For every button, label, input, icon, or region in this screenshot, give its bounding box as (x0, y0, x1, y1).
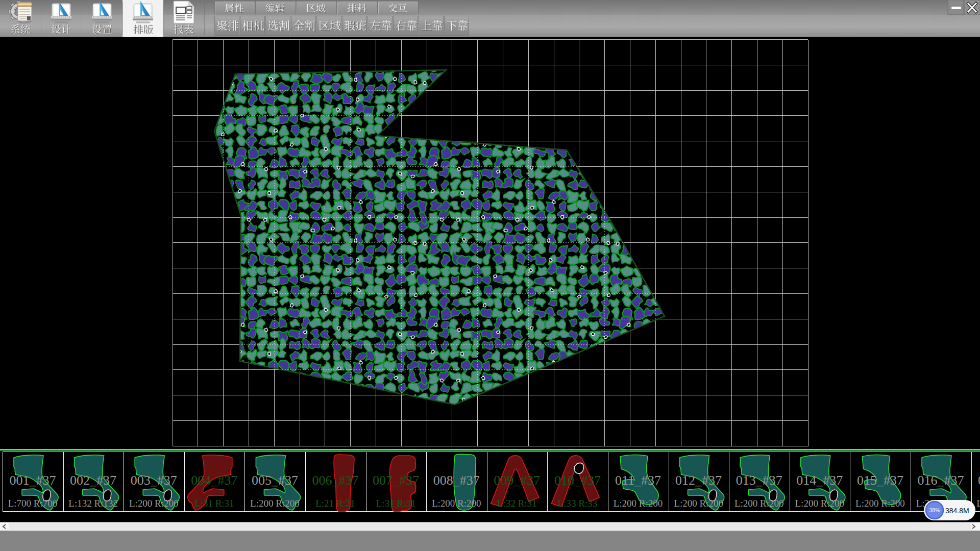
svg-text:L:200 R:200: L:200 R:200 (795, 498, 845, 509)
svg-text:002_#37: 002_#37 (70, 473, 116, 488)
svg-text:38%: 38% (929, 507, 940, 513)
svg-text:012_#37: 012_#37 (675, 473, 722, 488)
svg-text:014_#37: 014_#37 (796, 473, 843, 488)
svg-text:008_#37: 008_#37 (433, 473, 480, 488)
svg-text:L:132 R:132: L:132 R:132 (68, 498, 118, 509)
svg-text:L:200 R:200: L:200 R:200 (976, 498, 980, 509)
svg-text:L:200 R:200: L:200 R:200 (734, 498, 784, 509)
svg-text:005_#37: 005_#37 (252, 473, 298, 488)
svg-text:017_#37: 017_#37 (978, 473, 980, 488)
svg-text:L:200 R:200: L:200 R:200 (129, 498, 179, 509)
svg-text:L:200 R:200: L:200 R:200 (674, 498, 723, 509)
svg-text:L:200 R:200: L:200 R:200 (432, 498, 481, 509)
svg-text:004_#37: 004_#37 (191, 473, 237, 488)
svg-text:L:31 R:31: L:31 R:31 (376, 498, 416, 509)
svg-text:L:21 R:21: L:21 R:21 (315, 498, 355, 509)
svg-text:L:700 R:700: L:700 R:700 (8, 498, 58, 509)
svg-text:L:200 R:200: L:200 R:200 (855, 498, 905, 509)
svg-text:L:32 R:31: L:32 R:31 (497, 498, 537, 509)
svg-text:006_#37: 006_#37 (312, 473, 359, 488)
svg-text:L:31 R:31: L:31 R:31 (194, 498, 234, 509)
svg-text:009_#37: 009_#37 (494, 473, 540, 488)
svg-text:015_#37: 015_#37 (857, 473, 903, 488)
svg-text:013_#37: 013_#37 (736, 473, 782, 488)
svg-text:L:200 R:200: L:200 R:200 (614, 498, 663, 509)
svg-text:010_#37: 010_#37 (554, 473, 601, 488)
svg-text:007_#37: 007_#37 (373, 473, 419, 488)
svg-text:384.8M: 384.8M (945, 507, 969, 515)
svg-text:L:33 R:33: L:33 R:33 (558, 498, 598, 509)
svg-text:016_#37: 016_#37 (918, 473, 964, 488)
svg-text:L:200 R:200: L:200 R:200 (250, 498, 300, 509)
svg-text:003_#37: 003_#37 (131, 473, 177, 488)
svg-text:011_#37: 011_#37 (615, 473, 661, 488)
svg-text:001_#37: 001_#37 (10, 473, 56, 488)
